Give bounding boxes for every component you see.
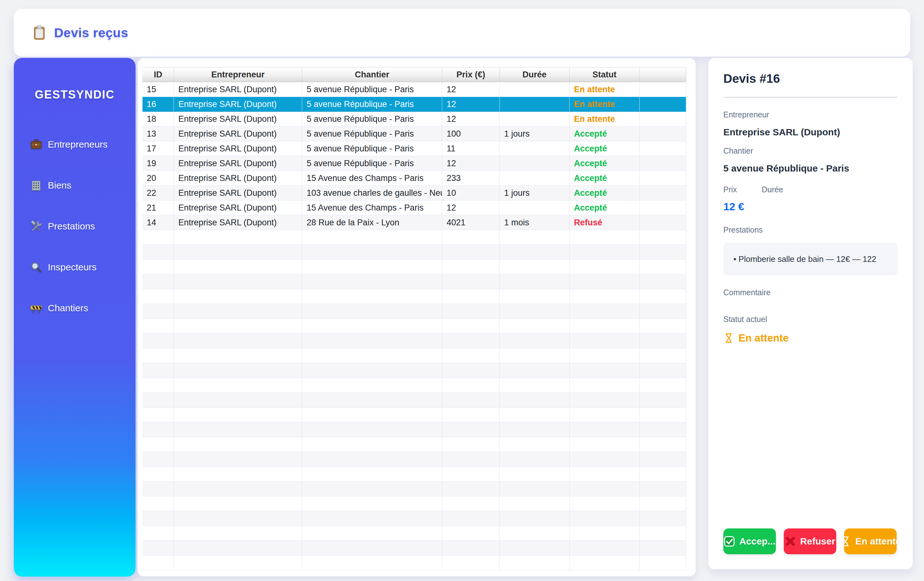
column-header-chantier[interactable]: Chantier xyxy=(302,67,442,82)
column-header-statut[interactable]: Statut xyxy=(569,67,640,82)
cell-extra[interactable] xyxy=(640,126,686,141)
column-header-extra[interactable] xyxy=(640,67,686,82)
cell-entrepreneur[interactable]: Entreprise SARL (Dupont) xyxy=(174,186,302,200)
cell-entrepreneur[interactable]: Entreprise SARL (Dupont) xyxy=(174,200,302,215)
cell-chantier[interactable]: 5 avenue République - Paris xyxy=(302,82,442,97)
cell-extra[interactable] xyxy=(640,156,686,171)
cell-chantier[interactable]: 103 avenue charles de gaulles - Neuil... xyxy=(302,186,442,200)
column-header-id[interactable]: ID xyxy=(142,67,174,82)
table-row-devis-17[interactable]: 17Entreprise SARL (Dupont)5 avenue Répub… xyxy=(142,141,686,156)
cell-extra[interactable] xyxy=(640,186,686,200)
cell-id[interactable]: 21 xyxy=(142,200,174,215)
cell-duree[interactable] xyxy=(500,112,569,126)
cell-duree[interactable]: 1 jours xyxy=(500,186,569,200)
cell-prix[interactable]: 233 xyxy=(442,171,500,186)
refuser-button[interactable]: Refuser xyxy=(784,528,836,554)
sidebar-nav: EntrepreneursBiensPrestationsInspecteurs… xyxy=(14,137,135,316)
cell-prix[interactable]: 12 xyxy=(442,156,500,171)
cell-id[interactable]: 20 xyxy=(142,171,174,186)
cell-prix[interactable]: 100 xyxy=(442,126,500,141)
cell-extra[interactable] xyxy=(640,112,686,126)
cell-chantier[interactable]: 15 Avenue des Champs - Paris xyxy=(302,171,442,186)
cell-id[interactable]: 13 xyxy=(142,126,174,141)
cell-extra[interactable] xyxy=(640,171,686,186)
cell-id[interactable]: 16 xyxy=(142,97,174,112)
table-row-devis-18[interactable]: 18Entreprise SARL (Dupont)5 avenue Répub… xyxy=(142,112,686,126)
cell-chantier[interactable]: 5 avenue République - Paris xyxy=(302,97,442,112)
sidebar-item-prestations[interactable]: Prestations xyxy=(14,218,135,234)
cell-prix[interactable]: 12 xyxy=(442,112,500,126)
sidebar-item-inspecteurs[interactable]: Inspecteurs xyxy=(14,259,135,275)
cell-statut[interactable]: Accepté xyxy=(569,200,640,215)
cell-id[interactable]: 19 xyxy=(142,156,174,171)
cell-statut[interactable]: En attente xyxy=(569,97,640,112)
prestations-box: • Plomberie salle de bain — 12€ — 122 xyxy=(723,243,898,275)
table-row-devis-21[interactable]: 21Entreprise SARL (Dupont)15 Avenue des … xyxy=(142,200,686,215)
sidebar-item-chantiers[interactable]: Chantiers xyxy=(14,300,135,316)
cell-statut[interactable]: Accepté xyxy=(569,141,640,156)
cell-duree[interactable] xyxy=(500,141,569,156)
cell-entrepreneur[interactable]: Entreprise SARL (Dupont) xyxy=(174,141,302,156)
cell-statut[interactable]: Accepté xyxy=(569,126,640,141)
cell-duree[interactable] xyxy=(500,97,569,112)
table-row-devis-15[interactable]: 15Entreprise SARL (Dupont)5 avenue Répub… xyxy=(142,82,686,97)
column-header-prix-[interactable]: Prix (€) xyxy=(442,67,500,82)
cell-statut[interactable]: En attente xyxy=(569,112,640,126)
accep-button[interactable]: Accep... xyxy=(723,528,776,554)
en-attente-button[interactable]: En attente xyxy=(844,528,897,554)
cell-extra[interactable] xyxy=(640,215,686,230)
table-row-devis-22[interactable]: 22Entreprise SARL (Dupont)103 avenue cha… xyxy=(142,186,686,200)
cell-id[interactable]: 14 xyxy=(142,215,174,230)
cell-duree[interactable] xyxy=(500,82,569,97)
cell-extra[interactable] xyxy=(640,82,686,97)
cell-chantier[interactable]: 5 avenue République - Paris xyxy=(302,156,442,171)
cell-id[interactable]: 15 xyxy=(142,82,174,97)
cell-extra[interactable] xyxy=(640,141,686,156)
table-row-devis-20[interactable]: 20Entreprise SARL (Dupont)15 Avenue des … xyxy=(142,171,686,186)
cell-duree[interactable] xyxy=(500,156,569,171)
cell-entrepreneur[interactable]: Entreprise SARL (Dupont) xyxy=(174,97,302,112)
table-row-devis-13[interactable]: 13Entreprise SARL (Dupont)5 avenue Répub… xyxy=(142,126,686,141)
cell-chantier[interactable]: 28 Rue de la Paix - Lyon xyxy=(302,215,442,230)
cell-entrepreneur[interactable]: Entreprise SARL (Dupont) xyxy=(174,171,302,186)
cell-chantier[interactable]: 15 Avenue des Champs - Paris xyxy=(302,200,442,215)
sidebar-item-entrepreneurs[interactable]: Entrepreneurs xyxy=(14,137,135,152)
cell-statut[interactable]: Accepté xyxy=(569,171,640,186)
cell-entrepreneur[interactable]: Entreprise SARL (Dupont) xyxy=(174,112,302,126)
cell-prix[interactable]: 12 xyxy=(442,200,500,215)
cell-empty xyxy=(174,378,302,393)
table-row-devis-14[interactable]: 14Entreprise SARL (Dupont)28 Rue de la P… xyxy=(142,215,686,230)
table-row-devis-19[interactable]: 19Entreprise SARL (Dupont)5 avenue Répub… xyxy=(142,156,686,171)
cell-id[interactable]: 17 xyxy=(142,141,174,156)
cell-prix[interactable]: 10 xyxy=(442,186,500,200)
cell-id[interactable]: 22 xyxy=(142,186,174,200)
sidebar-item-biens[interactable]: Biens xyxy=(14,177,135,193)
cell-empty xyxy=(442,275,500,289)
cell-prix[interactable]: 4021 xyxy=(442,215,500,230)
cell-duree[interactable] xyxy=(500,171,569,186)
cell-extra[interactable] xyxy=(640,97,686,112)
cell-statut[interactable]: En attente xyxy=(569,82,640,97)
cell-duree[interactable] xyxy=(500,200,569,215)
cell-chantier[interactable]: 5 avenue République - Paris xyxy=(302,112,442,126)
column-header-entrepreneur[interactable]: Entrepreneur xyxy=(174,67,302,82)
cell-entrepreneur[interactable]: Entreprise SARL (Dupont) xyxy=(174,126,302,141)
cell-id[interactable]: 18 xyxy=(142,112,174,126)
cell-duree[interactable]: 1 jours xyxy=(500,126,569,141)
table-row-devis-16[interactable]: 16Entreprise SARL (Dupont)5 avenue Répub… xyxy=(142,97,686,112)
cell-statut[interactable]: Accepté xyxy=(569,156,640,171)
cell-chantier[interactable]: 5 avenue République - Paris xyxy=(302,141,442,156)
cell-duree[interactable]: 1 mois xyxy=(500,215,569,230)
cell-entrepreneur[interactable]: Entreprise SARL (Dupont) xyxy=(174,215,302,230)
cell-empty xyxy=(442,541,500,556)
cell-prix[interactable]: 12 xyxy=(442,82,500,97)
cell-chantier[interactable]: 5 avenue République - Paris xyxy=(302,126,442,141)
cell-extra[interactable] xyxy=(640,200,686,215)
cell-prix[interactable]: 12 xyxy=(442,97,500,112)
column-header-duree[interactable]: Durée xyxy=(500,67,569,82)
cell-prix[interactable]: 11 xyxy=(442,141,500,156)
cell-statut[interactable]: Refusé xyxy=(569,215,640,230)
cell-entrepreneur[interactable]: Entreprise SARL (Dupont) xyxy=(174,82,302,97)
cell-statut[interactable]: Accepté xyxy=(569,186,640,200)
cell-entrepreneur[interactable]: Entreprise SARL (Dupont) xyxy=(174,156,302,171)
